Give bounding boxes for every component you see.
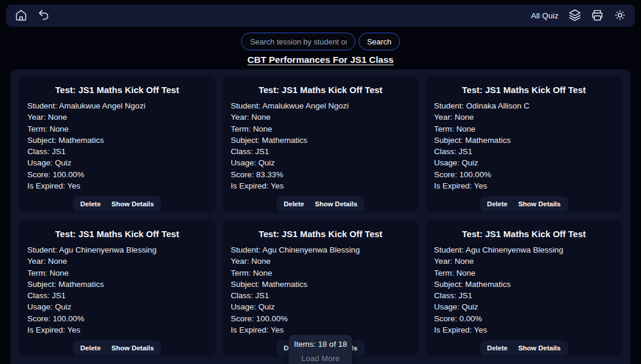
card-actions: Delete Show Details bbox=[27, 196, 207, 212]
all-quizzes-button[interactable] bbox=[569, 9, 581, 23]
performance-card: Test: JS1 Maths Kick Off Test Student: A… bbox=[426, 220, 622, 356]
field-term: Term: None bbox=[434, 267, 614, 279]
card-actions: Delete Show Details bbox=[27, 340, 207, 356]
cards-panel: Test: JS1 Maths Kick Off Test Student: A… bbox=[11, 69, 630, 364]
back-button[interactable] bbox=[37, 9, 50, 23]
field-term: Term: None bbox=[434, 123, 614, 135]
navbar-right-group: All Quiz bbox=[531, 9, 626, 23]
all-quiz-link[interactable]: All Quiz bbox=[531, 11, 559, 20]
field-usage: Usage: Quiz bbox=[27, 157, 207, 168]
card-actions-pill: Delete Show Details bbox=[73, 196, 161, 212]
field-student: Student: Agu Chinenyenwa Blessing bbox=[27, 244, 207, 256]
card-actions: Delete Show Details bbox=[434, 196, 614, 212]
home-icon bbox=[15, 9, 27, 23]
field-term: Term: None bbox=[27, 123, 207, 135]
show-details-button[interactable]: Show Details bbox=[518, 344, 561, 352]
search-input[interactable] bbox=[241, 33, 356, 50]
field-usage: Usage: Quiz bbox=[434, 301, 614, 312]
field-class: Class: JS1 bbox=[27, 290, 207, 301]
page-title: CBT Performances For JS1 Class bbox=[0, 55, 641, 65]
field-student: Student: Amalukwue Angel Ngozi bbox=[231, 100, 411, 111]
field-term: Term: None bbox=[231, 267, 411, 279]
field-score: Score: 0.00% bbox=[434, 313, 614, 324]
field-is-expired: Is Expired: Yes bbox=[434, 180, 614, 191]
items-count-text: Items: 18 of 18 bbox=[294, 340, 347, 349]
load-more-popup: Items: 18 of 18 Load More bbox=[288, 335, 352, 364]
load-more-button[interactable]: Load More bbox=[302, 354, 340, 363]
field-usage: Usage: Quiz bbox=[27, 301, 207, 312]
field-year: Year: None bbox=[231, 111, 411, 123]
card-actions-pill: Delete Show Details bbox=[277, 196, 364, 212]
field-term: Term: None bbox=[231, 123, 411, 135]
field-student: Student: Amalukwue Angel Ngozi bbox=[27, 100, 207, 111]
field-subject: Subject: Mathematics bbox=[434, 279, 614, 290]
field-subject: Subject: Mathematics bbox=[27, 135, 207, 146]
search-row: Search bbox=[0, 33, 641, 50]
search-button[interactable]: Search bbox=[358, 33, 399, 50]
top-navbar: All Quiz bbox=[6, 5, 635, 27]
field-usage: Usage: Quiz bbox=[434, 157, 614, 168]
card-actions-pill: Delete Show Details bbox=[480, 196, 568, 212]
card-actions-pill: Delete Show Details bbox=[480, 340, 568, 356]
field-subject: Subject: Mathematics bbox=[434, 135, 614, 146]
performance-card: Test: JS1 Maths Kick Off Test Student: A… bbox=[19, 220, 215, 356]
field-term: Term: None bbox=[27, 267, 207, 279]
show-details-button[interactable]: Show Details bbox=[112, 344, 154, 352]
show-details-button[interactable]: Show Details bbox=[315, 200, 357, 207]
card-actions: Delete Show Details bbox=[231, 196, 411, 212]
card-title: Test: JS1 Maths Kick Off Test bbox=[434, 229, 614, 239]
theme-toggle-button[interactable] bbox=[614, 9, 626, 23]
printer-icon bbox=[591, 9, 604, 23]
performance-card: Test: JS1 Maths Kick Off Test Student: O… bbox=[426, 76, 622, 212]
field-score: Score: 100.00% bbox=[434, 169, 614, 180]
card-title: Test: JS1 Maths Kick Off Test bbox=[231, 85, 411, 95]
cards-grid: Test: JS1 Maths Kick Off Test Student: A… bbox=[19, 76, 622, 356]
card-title: Test: JS1 Maths Kick Off Test bbox=[27, 229, 207, 239]
field-student: Student: Odinaka Allison C bbox=[434, 100, 614, 111]
field-year: Year: None bbox=[231, 256, 411, 267]
show-details-button[interactable]: Show Details bbox=[518, 200, 561, 207]
delete-button[interactable]: Delete bbox=[80, 344, 101, 352]
field-usage: Usage: Quiz bbox=[231, 157, 411, 168]
field-is-expired: Is Expired: Yes bbox=[27, 324, 207, 336]
field-year: Year: None bbox=[434, 111, 614, 123]
field-student: Student: Agu Chinenyenwa Blessing bbox=[434, 244, 614, 256]
field-year: Year: None bbox=[27, 111, 207, 123]
delete-button[interactable]: Delete bbox=[80, 200, 101, 207]
performance-card: Test: JS1 Maths Kick Off Test Student: A… bbox=[223, 76, 419, 212]
field-subject: Subject: Mathematics bbox=[231, 279, 411, 290]
card-actions: Delete Show Details bbox=[434, 340, 614, 356]
field-class: Class: JS1 bbox=[231, 146, 411, 157]
card-title: Test: JS1 Maths Kick Off Test bbox=[27, 85, 207, 95]
field-is-expired: Is Expired: Yes bbox=[231, 180, 411, 191]
show-details-button[interactable]: Show Details bbox=[112, 200, 154, 207]
card-actions-pill: Delete Show Details bbox=[73, 340, 161, 356]
layers-icon bbox=[569, 9, 581, 23]
field-usage: Usage: Quiz bbox=[231, 301, 411, 312]
delete-button[interactable]: Delete bbox=[487, 344, 508, 352]
field-subject: Subject: Mathematics bbox=[27, 279, 207, 290]
field-subject: Subject: Mathematics bbox=[231, 135, 411, 146]
card-title: Test: JS1 Maths Kick Off Test bbox=[231, 229, 411, 239]
performance-card: Test: JS1 Maths Kick Off Test Student: A… bbox=[19, 76, 215, 212]
field-class: Class: JS1 bbox=[434, 146, 614, 157]
field-year: Year: None bbox=[434, 256, 614, 267]
card-title: Test: JS1 Maths Kick Off Test bbox=[434, 85, 614, 95]
field-is-expired: Is Expired: Yes bbox=[27, 180, 207, 191]
print-button[interactable] bbox=[591, 9, 604, 23]
field-year: Year: None bbox=[27, 256, 207, 267]
delete-button[interactable]: Delete bbox=[284, 200, 304, 207]
delete-button[interactable]: Delete bbox=[487, 200, 508, 207]
field-is-expired: Is Expired: Yes bbox=[434, 324, 614, 336]
navbar-left-group bbox=[15, 9, 50, 23]
field-class: Class: JS1 bbox=[231, 290, 411, 301]
field-score: Score: 83.33% bbox=[231, 169, 411, 180]
field-is-expired: Is Expired: Yes bbox=[231, 324, 411, 336]
sun-icon bbox=[614, 9, 626, 23]
field-score: Score: 100.00% bbox=[231, 313, 411, 324]
home-button[interactable] bbox=[15, 9, 27, 23]
undo-icon bbox=[37, 9, 50, 23]
field-class: Class: JS1 bbox=[27, 146, 207, 157]
field-student: Student: Agu Chinenyenwa Blessing bbox=[231, 244, 411, 256]
field-score: Score: 100.00% bbox=[27, 169, 207, 180]
